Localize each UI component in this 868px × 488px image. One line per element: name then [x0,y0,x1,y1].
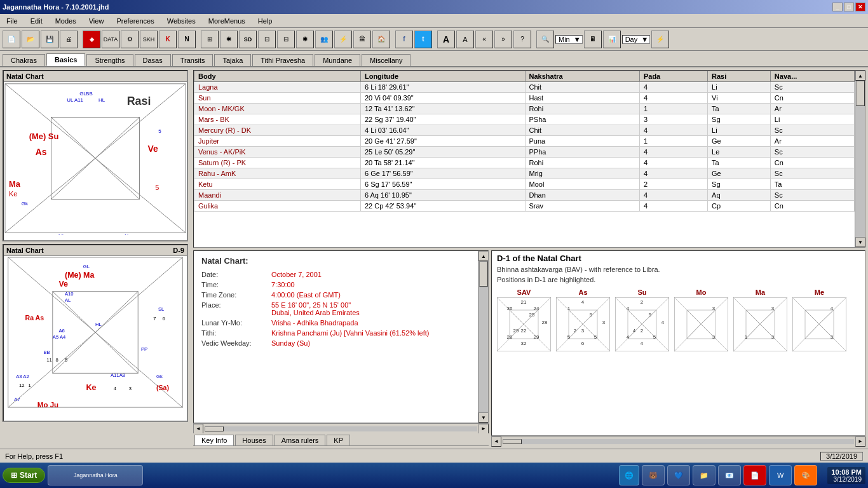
bav-hscroll-thumb[interactable] [503,439,522,444]
planet-table-row[interactable]: Saturn (R) - PK20 Ta 58' 21.14"Rohi4TaCn [194,158,855,168]
toolbar-facebook[interactable]: f [395,30,413,48]
tab-mundane[interactable]: Mundane [315,54,360,66]
planet-table-row[interactable]: Moon - MK/GK12 Ta 41' 13.62"Rohi1TaAr [194,104,855,114]
info-scroll-up[interactable]: ▲ [478,251,489,261]
start-button[interactable]: ⊞ Start [3,468,45,483]
tab-tithi[interactable]: Tithi Pravesha [252,54,313,66]
menu-view[interactable]: View [85,16,108,26]
toolbar-btn5[interactable]: ◈ [83,30,100,48]
toolbar-open[interactable]: 📂 [22,30,39,48]
info-hscrollbar[interactable]: ◄ ► [193,423,489,433]
info-scroll-thumb[interactable] [479,261,488,287]
toolbar-fonta[interactable]: A [456,30,474,48]
planet-table-row[interactable]: Rahu - AmK6 Ge 17' 56.59"Mrig4GeSc [194,168,855,179]
toolbar-btn16[interactable]: ✱ [296,30,314,48]
taskbar-explorer[interactable]: Jagannatha Hora [48,465,143,485]
toolbar-btn11[interactable]: ⊞ [201,30,219,48]
toolbar-btn19[interactable]: 🏛 [353,30,371,48]
bav-hscroll-right[interactable]: ► [855,437,865,447]
menu-edit[interactable]: Edit [27,16,46,26]
toolbar-btn9[interactable]: K [159,30,177,48]
day-dropdown[interactable]: Day [623,36,641,43]
bav-item-sav: SAV21242829322836252229 [497,288,551,351]
taskbar-app1[interactable]: 🌐 [619,465,639,485]
minimize-button[interactable]: _ [832,3,843,11]
bav-hscroll-left[interactable]: ◄ [491,437,501,447]
tab-amsa-rulers[interactable]: Amsa rulers [275,435,326,445]
planet-table-scroll[interactable]: Body Longitude Nakshatra Pada Rasi Nava.… [194,71,855,247]
menu-file[interactable]: File [3,16,22,26]
toolbar-btn15[interactable]: ⊟ [277,30,295,48]
taskbar-app5[interactable]: 📧 [718,465,741,485]
tab-transits[interactable]: Transits [172,54,214,66]
hscroll-thumb[interactable] [205,426,224,431]
planet-table-row[interactable]: Jupiter20 Ge 41' 27.59"Puna1GeAr [194,136,855,147]
menu-preferences[interactable]: Preferences [112,16,158,26]
taskbar-app8[interactable]: 🎨 [794,465,817,485]
tab-miscellany[interactable]: Miscellany [362,54,410,66]
taskbar-app3[interactable]: 💙 [667,465,690,485]
planet-table-row[interactable]: Gulika22 Cp 42' 53.94"Srav4CpCn [194,201,855,212]
planet-cell-1-0: Sun [194,93,361,104]
taskbar-app7[interactable]: W [769,465,792,485]
scroll-down-btn[interactable]: ▼ [855,237,865,247]
toolbar-help[interactable]: ? [513,30,531,48]
min-dropdown-arrow[interactable]: ▼ [573,36,582,43]
menu-websites[interactable]: Websites [163,16,200,26]
info-scroll-down[interactable]: ▼ [478,412,489,423]
tab-strengths[interactable]: Strengths [86,54,133,66]
toolbar-save[interactable]: 💾 [41,30,58,48]
toolbar-btn12[interactable]: ✱ [220,30,238,48]
toolbar-last[interactable]: ⚡ [651,30,669,48]
toolbar-btn13[interactable]: SD [239,30,257,48]
scroll-up-btn[interactable]: ▲ [855,71,865,81]
tab-chakras[interactable]: Chakras [3,54,45,66]
toolbar-btn7[interactable]: ⚙ [121,30,139,48]
tab-houses[interactable]: Houses [235,435,273,445]
min-dropdown[interactable]: Min [556,36,573,43]
toolbar-btn14[interactable]: ⊡ [258,30,276,48]
toolbar-btn6[interactable]: DATA [102,30,119,48]
tab-key-info[interactable]: Key Info [194,435,234,445]
toolbar-btn8[interactable]: SKH [140,30,158,48]
planet-table-row[interactable]: Ketu6 Sg 17' 56.59"Mool2SgTa [194,179,855,190]
menu-help[interactable]: Help [254,16,276,26]
close-button[interactable]: ✕ [855,3,865,11]
hscroll-right[interactable]: ► [478,424,489,434]
day-dropdown-arrow[interactable]: ▼ [640,36,649,43]
planet-table-row[interactable]: Venus - AK/PiK25 Le 50' 05.29"PPha4LeSc [194,147,855,158]
toolbar-new[interactable]: 📄 [3,30,20,48]
planet-table-row[interactable]: Mars - BK22 Sg 37' 19.40"PSha3SgLi [194,114,855,125]
toolbar-twitter[interactable]: t [414,30,432,48]
toolbar-export[interactable]: 📊 [603,30,621,48]
taskbar-app4[interactable]: 📁 [693,465,715,485]
planet-table-row[interactable]: Maandi6 Aq 16' 10.95"Dhan4AqSc [194,190,855,201]
toolbar-prev[interactable]: « [475,30,493,48]
scroll-thumb[interactable] [856,81,865,106]
toolbar-next[interactable]: » [494,30,512,48]
bav-hscrollbar[interactable]: ◄ ► [491,436,865,446]
toolbar-search[interactable]: 🔍 [536,30,554,48]
tab-kp[interactable]: KP [327,435,350,445]
tab-dasas[interactable]: Dasas [135,54,171,66]
menu-modes[interactable]: Modes [51,16,80,26]
table-vscrollbar[interactable]: ▲ ▼ [855,71,865,247]
toolbar-btn17[interactable]: 👥 [315,30,333,48]
hscroll-left[interactable]: ◄ [193,424,203,434]
taskbar-app2[interactable]: 🐻 [642,465,665,485]
tab-basics[interactable]: Basics [46,53,85,66]
tab-tajaka[interactable]: Tajaka [214,54,251,66]
menu-moremenus[interactable]: MoreMenus [205,16,249,26]
maximize-button[interactable]: □ [844,3,854,11]
toolbar-btn18[interactable]: ⚡ [334,30,352,48]
planet-table-row[interactable]: Sun20 Vi 04' 09.39"Hast4ViCn [194,93,855,104]
toolbar-calc[interactable]: 🖩 [584,30,602,48]
toolbar-btn20[interactable]: 🏠 [372,30,390,48]
toolbar-fontA[interactable]: A [437,30,455,48]
taskbar-app6[interactable]: 📄 [743,465,766,485]
planet-table-row[interactable]: Mercury (R) - DK4 Li 03' 16.04"Chit4LiSc [194,125,855,136]
planet-table-row[interactable]: Lagna6 Li 18' 29.61"Chit4LiSc [194,82,855,93]
toolbar-btn10[interactable]: N [178,30,196,48]
toolbar-print[interactable]: 🖨 [60,30,78,48]
info-vscrollbar[interactable]: ▲ ▼ [478,251,488,423]
